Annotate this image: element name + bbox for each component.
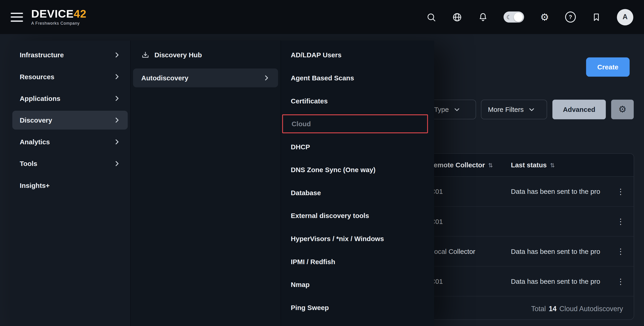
menu-item-discovery-hub[interactable]: Discovery Hub — [133, 45, 278, 64]
menu-item-applications[interactable]: Applications — [12, 89, 128, 108]
menu-item-ping-sweep[interactable]: Ping Sweep — [281, 298, 434, 317]
chevron-right-icon — [114, 160, 120, 167]
more-filters-dropdown[interactable]: More Filters — [481, 100, 547, 119]
notifications-bell-icon[interactable] — [478, 12, 488, 22]
row-actions-kebab-icon[interactable]: ⋮ — [614, 185, 627, 198]
navbar-actions: ☾ ⚙ ? A — [426, 9, 633, 25]
menu-item-external-discovery-tools[interactable]: External discovery tools — [281, 206, 434, 225]
column-header-last-status[interactable]: Last status ⇅ — [511, 154, 555, 176]
total-label: Total — [531, 305, 546, 313]
chevron-right-icon — [114, 52, 120, 58]
menu-item-database[interactable]: Database — [281, 183, 434, 202]
menu-item-resources[interactable]: Resources — [12, 67, 128, 86]
globe-icon[interactable] — [452, 12, 462, 22]
menu-item-certificates[interactable]: Certificates — [281, 91, 434, 110]
advanced-filters-button[interactable]: Advanced — [552, 100, 606, 119]
last-status-cell: Data has been sent to the pro — [511, 266, 614, 296]
menu-item-tools[interactable]: Tools — [12, 154, 128, 173]
moon-icon: ☾ — [506, 14, 512, 20]
sort-icon: ⇅ — [488, 162, 493, 168]
menu-item-dhcp[interactable]: DHCP — [281, 138, 434, 156]
menu-item-infrastructure[interactable]: Infrastructure — [12, 45, 128, 64]
menu-item-analytics[interactable]: Analytics — [12, 132, 128, 151]
navigation-flyout: Infrastructure Resources Applications Di… — [10, 41, 434, 326]
chevron-right-icon — [114, 95, 120, 102]
menu-item-nmap[interactable]: Nmap — [281, 275, 434, 294]
menu-item-dns-zone-sync[interactable]: DNS Zone Sync (One way) — [281, 160, 434, 179]
last-status-cell — [511, 207, 614, 236]
theme-toggle[interactable]: ☾ — [504, 11, 524, 22]
chevron-down-icon — [454, 106, 460, 113]
total-suffix: Cloud Autodiscovery — [560, 305, 623, 313]
menu-panel-level3: AD/LDAP Users Agent Based Scans Certific… — [280, 41, 434, 326]
gear-icon: ⚙ — [618, 104, 626, 115]
menu-panel-level2: Discovery Hub Autodiscovery — [130, 41, 280, 326]
menu-item-hypervisors-nix-windows[interactable]: HyperVisors / *nix / Windows — [281, 229, 434, 248]
hamburger-menu-icon[interactable] — [11, 12, 23, 22]
chevron-down-icon — [528, 106, 535, 113]
menu-item-cloud[interactable]: Cloud — [282, 114, 428, 133]
chevron-right-icon — [114, 139, 120, 145]
brand-subtitle: A Freshworks Company — [31, 21, 86, 25]
top-navbar: DEVICE42 A Freshworks Company ☾ ⚙ ? — [0, 0, 644, 34]
last-status-cell: Data has been sent to the pro — [511, 177, 614, 206]
create-button[interactable]: Create — [586, 57, 630, 76]
device42-logo[interactable]: DEVICE42 A Freshworks Company — [31, 9, 86, 25]
user-avatar[interactable]: A — [617, 9, 633, 25]
sort-icon: ⇅ — [550, 162, 555, 168]
search-icon[interactable] — [426, 12, 436, 22]
total-count: 14 — [549, 305, 556, 313]
discovery-hub-icon — [141, 51, 150, 59]
row-actions-kebab-icon[interactable]: ⋮ — [614, 215, 627, 228]
menu-item-insights-plus[interactable]: Insights+ — [12, 176, 128, 195]
type-filter-dropdown[interactable]: Type — [427, 100, 476, 119]
table-settings-gear-button[interactable]: ⚙ — [611, 100, 634, 119]
remote-collector-cell: Local Collector — [430, 236, 475, 266]
menu-item-ad-ldap-users[interactable]: AD/LDAP Users — [281, 45, 434, 64]
menu-item-autodiscovery[interactable]: Autodiscovery — [133, 68, 278, 87]
chevron-right-icon — [263, 75, 270, 81]
chevron-right-icon — [114, 117, 120, 124]
column-header-remote-collector[interactable]: Remote Collector ⇅ — [429, 154, 493, 176]
toggle-knob — [514, 12, 523, 22]
row-actions-kebab-icon[interactable]: ⋮ — [614, 275, 627, 287]
bookmark-icon[interactable] — [591, 12, 602, 22]
help-icon[interactable]: ? — [565, 12, 576, 22]
menu-item-agent-based-scans[interactable]: Agent Based Scans — [281, 68, 434, 87]
row-actions-kebab-icon[interactable]: ⋮ — [614, 245, 627, 258]
menu-item-discovery[interactable]: Discovery — [12, 111, 128, 130]
menu-panel-level1: Infrastructure Resources Applications Di… — [10, 41, 130, 326]
app-window: DEVICE42 A Freshworks Company ☾ ⚙ ? — [0, 0, 644, 326]
last-status-cell: Data has been sent to the pro — [511, 236, 614, 266]
chevron-right-icon — [114, 73, 120, 80]
settings-gear-icon[interactable]: ⚙ — [539, 12, 550, 22]
menu-item-ipmi-redfish[interactable]: IPMI / Redfish — [281, 252, 434, 271]
brand-wordmark: DEVICE42 — [31, 9, 86, 20]
